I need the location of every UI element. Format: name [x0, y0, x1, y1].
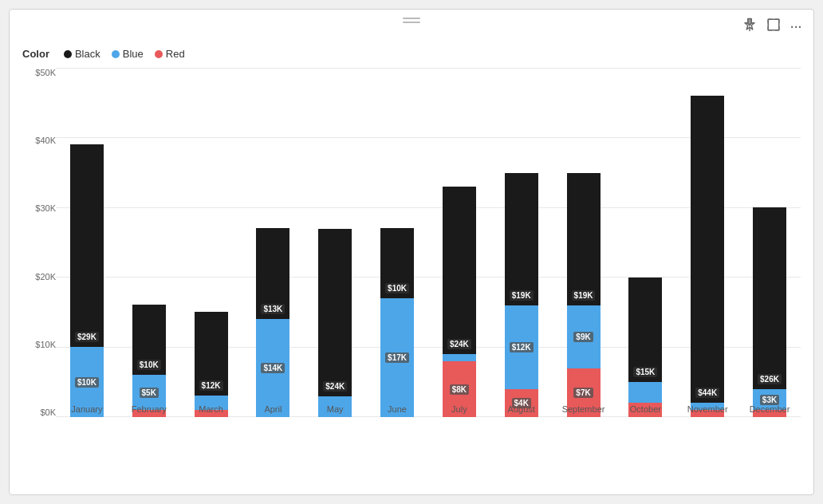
bar-blue-october [628, 382, 662, 403]
bar-black-august: $19K [505, 173, 538, 305]
bars-row: $10K$29KJanuary$5K$10KFebruary$12KMarch$… [56, 65, 801, 439]
bar-stack-august: $4K$12K$19K [505, 173, 538, 417]
bar-black-june: $10K [380, 228, 414, 298]
bar-black-may: $24K [318, 229, 352, 396]
bar-stack-january: $10K$29K [70, 144, 104, 417]
x-label-november: November [687, 404, 728, 414]
x-label-september: September [562, 404, 605, 414]
bar-black-april: $13K [256, 228, 289, 319]
bar-stack-december: $3K$26K [753, 207, 786, 417]
more-icon[interactable]: ··· [790, 21, 802, 33]
bar-group-march: $12KMarch [180, 68, 242, 417]
bar-black-march: $12K [195, 312, 228, 396]
bar-group-april: $14K$13KApril [242, 68, 304, 417]
bar-stack-may: $24K [318, 229, 352, 417]
bar-blue-july [443, 354, 476, 361]
bar-blue-august: $12K [505, 305, 538, 389]
legend-dot-black [64, 50, 72, 58]
bar-black-january: $29K [70, 144, 104, 347]
legend-dot-red [155, 50, 163, 58]
bar-stack-june: $17K$10K [380, 228, 414, 417]
bar-group-december: $3K$26KDecember [738, 68, 801, 417]
pin-icon[interactable] [742, 18, 757, 36]
legend-dot-blue [112, 50, 120, 58]
y-label-0k: $0K [40, 408, 56, 417]
legend-item-black: Black [64, 48, 100, 60]
bar-group-january: $10K$29KJanuary [56, 68, 118, 417]
bar-group-november: $44KNovember [676, 68, 738, 417]
svg-rect-1 [769, 19, 780, 30]
x-label-february: February [132, 404, 167, 414]
bar-group-june: $17K$10KJune [366, 68, 428, 417]
bar-stack-july: $8K$24K [443, 187, 476, 417]
plot-area: $10K$29KJanuary$5K$10KFebruary$12KMarch$… [56, 65, 801, 439]
bar-black-july: $24K [443, 187, 476, 354]
x-label-may: May [327, 404, 344, 414]
legend-label-red: Red [166, 48, 185, 60]
bar-group-july: $8K$24KJuly [428, 68, 490, 417]
chart-area: $0K $10K $20K $30K $40K $50K $10K$29KJan… [22, 65, 801, 439]
y-label-40k: $40K [35, 136, 56, 145]
legend-item-blue: Blue [112, 48, 144, 60]
bar-blue-june: $17K [380, 298, 414, 417]
legend-label-black: Black [75, 48, 100, 60]
x-label-march: March [199, 404, 223, 414]
bar-group-august: $4K$12K$19KAugust [490, 68, 553, 417]
bar-black-september: $19K [567, 173, 601, 305]
bar-black-october: $15K [628, 278, 662, 382]
bar-black-november: $44K [691, 96, 724, 403]
bar-black-december: $26K [753, 207, 786, 389]
bar-group-september: $7K$9K$19KSeptember [553, 68, 615, 417]
x-label-october: October [630, 404, 661, 414]
y-label-20k: $20K [35, 272, 56, 282]
drag-handle-area[interactable] [403, 18, 420, 23]
y-axis: $0K $10K $20K $30K $40K $50K [22, 65, 56, 439]
x-label-january: January [71, 404, 102, 414]
bar-group-october: $15KOctober [614, 68, 676, 417]
bar-blue-september: $9K [567, 305, 601, 368]
y-label-10k: $10K [35, 340, 56, 349]
legend-title: Color [22, 48, 49, 60]
x-label-july: July [451, 404, 467, 414]
bar-stack-february: $5K$10K [132, 305, 166, 417]
legend-item-red: Red [155, 48, 185, 60]
bar-stack-october: $15K [628, 278, 662, 417]
bar-stack-april: $14K$13K [256, 228, 289, 417]
expand-icon[interactable] [766, 18, 781, 36]
x-label-august: August [508, 404, 535, 414]
x-label-december: December [750, 404, 790, 414]
y-label-50k: $50K [35, 68, 56, 77]
bar-stack-november: $44K [691, 96, 724, 417]
bar-group-may: $24KMay [304, 68, 366, 417]
bar-black-february: $10K [132, 305, 166, 375]
x-label-april: April [264, 404, 282, 414]
y-label-30k: $30K [35, 203, 56, 213]
bar-stack-march: $12K [195, 312, 228, 417]
chart-card: ··· Color Black Blue Red $0K $10K $20K $… [9, 9, 814, 495]
bar-group-february: $5K$10KFebruary [118, 68, 180, 417]
bar-stack-september: $7K$9K$19K [567, 173, 601, 417]
x-label-june: June [388, 404, 407, 414]
bar-blue-april: $14K [256, 319, 289, 417]
drag-handle[interactable] [403, 18, 420, 23]
legend: Color Black Blue Red [22, 48, 801, 60]
toolbar: ··· [742, 18, 802, 36]
legend-label-blue: Blue [123, 48, 144, 60]
